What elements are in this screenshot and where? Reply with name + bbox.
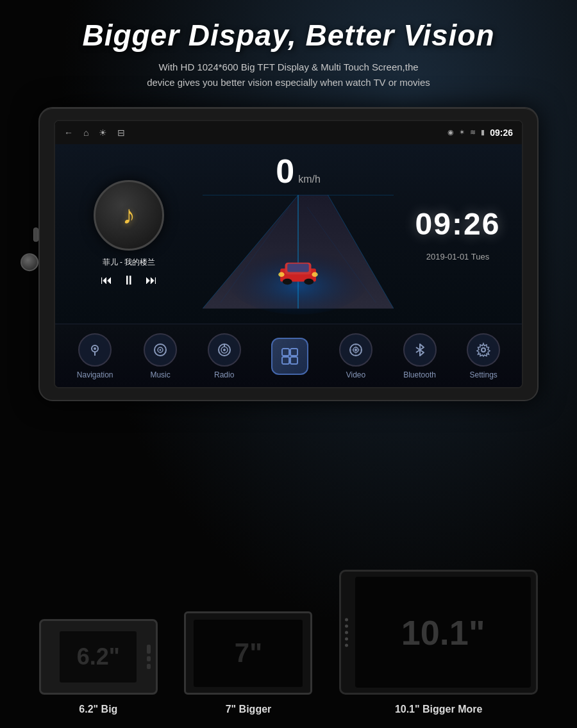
- svg-point-33: [481, 348, 485, 352]
- nav-icon-radio: [208, 333, 241, 367]
- status-bar-left: ← ⌂ ☀ ⊟: [64, 128, 125, 138]
- main-clock: 09:26: [415, 206, 501, 242]
- size-62-caption: 6.2" Big: [79, 704, 117, 715]
- device-screen: ← ⌂ ☀ ⊟ ◉ ✶ ≋ ▮ 09:26: [54, 120, 523, 388]
- svg-point-10: [283, 278, 292, 284]
- bluetooth-status-icon: ✶: [459, 128, 465, 136]
- device-7-image: 7": [184, 611, 312, 695]
- status-bar-right: ◉ ✶ ≋ ▮ 09:26: [447, 128, 513, 138]
- nav-label-bluetooth: Bluetooth: [403, 370, 436, 379]
- size-item-62: 6.2" 6.2" Big: [39, 619, 158, 715]
- svg-point-13: [278, 272, 284, 276]
- dot-btn-4: [345, 637, 348, 640]
- size-7-caption: 7" Bigger: [226, 704, 272, 715]
- dot-btn-1: [345, 618, 348, 621]
- nav-label-settings: Settings: [469, 370, 497, 379]
- side-buttons-left: [33, 228, 38, 271]
- nav-item-video[interactable]: Video: [339, 333, 372, 379]
- size-item-7: 7" 7" Bigger: [184, 611, 312, 715]
- dot-btn-5: [345, 643, 348, 647]
- brightness-icon[interactable]: ☀: [99, 128, 107, 138]
- status-time: 09:26: [490, 128, 513, 138]
- navigation-bar: Navigation Music: [55, 324, 522, 387]
- device-101-image: 10.1": [339, 570, 538, 695]
- svg-point-32: [355, 349, 357, 351]
- album-art[interactable]: ♪: [94, 180, 164, 251]
- music-panel: ♪ 菲儿 - 我的楼兰 ⏮ ⏸ ⏭: [55, 144, 203, 324]
- device-101-side-buttons: [345, 618, 348, 647]
- speed-display: 0 km/h: [276, 154, 321, 188]
- screen-main-content: ♪ 菲儿 - 我的楼兰 ⏮ ⏸ ⏭ 0 km/h: [55, 144, 522, 324]
- nav-item-center[interactable]: [271, 338, 308, 375]
- location-status-icon: ◉: [447, 128, 454, 136]
- svg-rect-9: [287, 263, 309, 272]
- road-panel: 0 km/h: [203, 144, 394, 324]
- svg-point-12: [312, 272, 317, 276]
- nav-icon-video: [339, 333, 372, 367]
- nav-icon-bluetooth: [403, 333, 437, 367]
- nav-icon-music: [144, 333, 177, 367]
- device-outer: ← ⌂ ☀ ⊟ ◉ ✶ ≋ ▮ 09:26: [38, 107, 539, 401]
- size-7-text: 7": [235, 638, 262, 668]
- device-101-screen: 10.1": [355, 577, 531, 688]
- nav-item-radio[interactable]: Radio: [208, 333, 241, 379]
- next-button[interactable]: ⏭: [146, 274, 157, 287]
- size-101-caption: 10.1" Bigger More: [395, 704, 483, 715]
- svg-rect-27: [290, 357, 297, 364]
- battery-status-icon: ▮: [481, 128, 485, 136]
- dot-btn-2: [345, 624, 348, 627]
- device-container: ← ⌂ ☀ ⊟ ◉ ✶ ≋ ▮ 09:26: [38, 107, 539, 401]
- nav-label-navigation: Navigation: [77, 370, 113, 379]
- wifi-status-icon: ≋: [470, 128, 476, 136]
- nav-label-music: Music: [150, 370, 170, 379]
- svg-point-22: [223, 349, 226, 351]
- svg-point-19: [160, 349, 162, 351]
- svg-point-11: [304, 278, 314, 284]
- nav-icon-navigation: [78, 333, 112, 367]
- device-62-screen: 6.2": [60, 631, 137, 682]
- svg-rect-24: [282, 349, 289, 356]
- status-bar: ← ⌂ ☀ ⊟ ◉ ✶ ≋ ▮ 09:26: [55, 121, 522, 144]
- nav-label-video: Video: [346, 370, 365, 379]
- dot-btn-3: [345, 631, 348, 634]
- music-note-icon: ♪: [122, 201, 135, 229]
- nav-label-radio: Radio: [214, 370, 234, 379]
- size-62-text: 6.2": [77, 643, 120, 670]
- size-101-text: 10.1": [401, 613, 485, 652]
- svg-point-16: [94, 347, 96, 350]
- device-62-image: 6.2": [39, 619, 158, 695]
- size-item-101: 10.1" 10.1" Bigger More: [339, 570, 538, 715]
- nav-item-music[interactable]: Music: [144, 333, 177, 379]
- nav-item-bluetooth[interactable]: Bluetooth: [403, 333, 437, 379]
- nav-center-button[interactable]: [271, 338, 308, 375]
- screenshot-icon[interactable]: ⊟: [117, 128, 125, 138]
- svg-rect-25: [290, 349, 297, 356]
- speed-unit: km/h: [298, 174, 321, 185]
- nav-item-settings[interactable]: Settings: [467, 333, 500, 379]
- prev-button[interactable]: ⏮: [101, 274, 112, 287]
- header-section: Bigger Dispay, Better Vision With HD 102…: [0, 0, 577, 101]
- nav-item-navigation[interactable]: Navigation: [77, 333, 113, 379]
- device-7-screen: 7": [194, 620, 303, 687]
- main-title: Bigger Dispay, Better Vision: [26, 19, 551, 52]
- nav-icon-settings: [467, 333, 500, 367]
- music-controls: ⏮ ⏸ ⏭: [101, 273, 157, 288]
- side-btn-top[interactable]: [33, 228, 38, 242]
- back-icon[interactable]: ←: [64, 128, 73, 138]
- home-icon[interactable]: ⌂: [83, 128, 88, 138]
- sub-title: With HD 1024*600 Big TFT Display & Multi…: [26, 60, 551, 90]
- side-knob[interactable]: [21, 253, 38, 271]
- play-pause-button[interactable]: ⏸: [122, 273, 135, 288]
- comparison-section: 6.2" 6.2" Big 7" 7" Bigger: [0, 401, 577, 728]
- svg-rect-26: [282, 357, 289, 364]
- date-display: 2019-01-01 Tues: [426, 252, 489, 261]
- speed-value: 0: [276, 154, 294, 188]
- right-panel: 09:26 2019-01-01 Tues: [394, 144, 522, 324]
- song-title: 菲儿 - 我的楼兰: [103, 257, 156, 268]
